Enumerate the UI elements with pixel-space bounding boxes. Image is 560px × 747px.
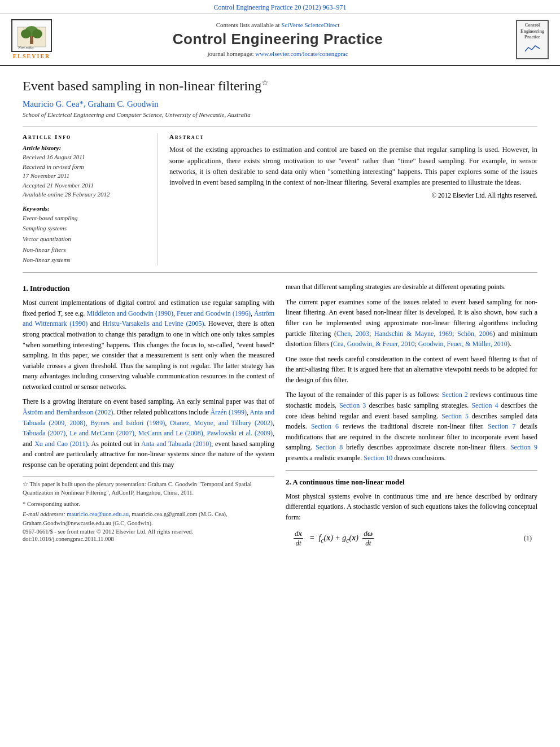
ref-arzen[interactable]: Årzén (1999) — [211, 408, 247, 416]
ref-chen[interactable]: Chen, 2003 — [336, 330, 369, 338]
sciverse-link[interactable]: SciVerse ScienceDirect — [281, 21, 339, 28]
history-label: Article history: — [23, 145, 146, 151]
formula-den2: dt — [364, 539, 372, 548]
keyword-5: Non-linear systems — [23, 255, 146, 265]
keywords-list: Event-based sampling Sampling systems Ve… — [23, 213, 146, 265]
ref-sec7[interactable]: Section 7 — [488, 422, 515, 430]
journal-top: Non solus ELSEVIER Contents lists availa… — [0, 14, 560, 66]
keyword-3: Vector quantization — [23, 234, 146, 244]
svg-point-2 — [21, 29, 31, 38]
col-left: 1. Introduction Most current implementat… — [23, 282, 274, 552]
elsevier-logo: Non solus ELSEVIER — [11, 19, 52, 59]
history-line-4: Accepted 21 November 2011 — [23, 181, 146, 190]
cep-logo-container: ControlEngineeringPractice — [504, 20, 549, 59]
formula-number: (1) — [524, 534, 532, 543]
history-text: Received 16 August 2011 Received in revi… — [23, 152, 146, 199]
paper-authors: Mauricio G. Cea*, Graham C. Goodwin — [23, 99, 537, 109]
ref-le-mccann[interactable]: Le and McCann (2007) — [69, 429, 134, 437]
svg-rect-4 — [30, 36, 33, 44]
abstract-copyright: © 2012 Elsevier Ltd. All rights reserved… — [169, 192, 537, 199]
ref-hristu[interactable]: Hristu-Varsakelis and Levine (2005) — [103, 320, 204, 327]
section-1-heading: 1. Introduction — [23, 284, 274, 293]
ref-sec3[interactable]: Section 3 — [339, 401, 366, 409]
contents-line: Contents lists available at SciVerse Sci… — [52, 21, 504, 28]
section-divider — [286, 470, 537, 471]
formula-equation: dx dt = fc(x) + gc(x) dω dt — [291, 529, 376, 548]
footnote-corresponding: * Corresponding author. — [23, 500, 274, 509]
footnote-star: ☆ This paper is built upon the plenary p… — [23, 480, 274, 498]
article-info-abstract: Article Info Article history: Received 1… — [23, 126, 537, 273]
footnote-email: E-mail addresses: mauricio.cea@uon.edu.a… — [23, 510, 274, 528]
ref-astrom-bern[interactable]: Åström and Bernhardsson (2002) — [23, 408, 113, 416]
formula-block: dx dt = fc(x) + gc(x) dω dt (1) — [286, 529, 537, 548]
ref-otanez[interactable]: Otanez, Moyne, and Tilbury (2002) — [170, 419, 273, 427]
ref-sec6[interactable]: Section 6 — [311, 422, 339, 430]
formula-fraction: dx dt — [294, 529, 303, 548]
history-line-3: 17 November 2011 — [23, 171, 146, 181]
rights-line: 0967-0661/$ - see front matter © 2012 El… — [23, 528, 274, 535]
svg-text:Non solus: Non solus — [18, 45, 34, 50]
ref-sec5[interactable]: Section 5 — [441, 412, 469, 420]
email-link[interactable]: mauricio.cea@uon.edu.au — [67, 511, 129, 517]
ref-pawlowski[interactable]: Pawlowski et al. (2009) — [207, 429, 273, 437]
ref-tabuada[interactable]: Tabuada (2007) — [23, 429, 65, 437]
keyword-1: Event-based sampling — [23, 213, 146, 224]
ref-goodwin-fm[interactable]: Goodwin, Feuer, & Müller, 2010 — [418, 340, 508, 348]
cep-logo: ControlEngineeringPractice — [516, 20, 549, 59]
intro-para-1: Most current implementations of digital … — [23, 298, 274, 392]
right-para-1: mean that different sampling strategies … — [286, 282, 537, 292]
keyword-2: Sampling systems — [23, 223, 146, 234]
ref-xu-cao[interactable]: Xu and Cao (2011) — [34, 440, 88, 448]
right-para-4: The layout of the remainder of this pape… — [286, 390, 537, 463]
ref-sec4[interactable]: Section 4 — [471, 401, 498, 409]
col-right: mean that different sampling strategies … — [286, 282, 537, 552]
paper-affiliation: School of Electrical Engineering and Com… — [23, 111, 537, 118]
right-para-2: The current paper examines some of the i… — [286, 297, 537, 350]
ref-sec8[interactable]: Section 8 — [316, 443, 343, 451]
abstract-section: Abstract Most of the existing approaches… — [158, 133, 537, 265]
svg-point-3 — [32, 29, 42, 38]
history-line-1: Received 16 August 2011 — [23, 152, 146, 162]
elsevier-logo-image: Non solus — [11, 19, 52, 52]
history-line-5: Available online 28 February 2012 — [23, 190, 146, 199]
article-info-heading: Article Info — [23, 133, 146, 140]
elsevier-brand: ELSEVIER — [13, 53, 51, 59]
ref-schon[interactable]: Schön, 2006 — [457, 330, 493, 338]
journal-homepage: journal homepage: www.elsevier.com/locat… — [52, 50, 504, 57]
intro-para-2: There is a growing literature on event b… — [23, 396, 274, 470]
ref-mccann-le[interactable]: McCann and Le (2008) — [138, 429, 203, 437]
ref-sec10[interactable]: Section 10 — [364, 454, 392, 462]
journal-title: Control Engineering Practice — [52, 30, 504, 48]
ref-byrnes[interactable]: Byrnes and Isidori (1989) — [90, 419, 165, 427]
section-2-heading: 2. A continuous time non-linear model — [286, 478, 537, 487]
ref-cea-gf[interactable]: Cea, Goodwin, & Feuer, 2010 — [333, 340, 415, 348]
ref-feuer[interactable]: Feuer and Goodwin (1996) — [177, 309, 251, 317]
formula-numerator: dx — [294, 529, 303, 539]
paper-container: Event based sampling in non-linear filte… — [0, 66, 560, 563]
ref-sec2[interactable]: Section 2 — [442, 391, 468, 399]
formula-fraction2: dω dt — [362, 529, 374, 548]
formula-denominator: dt — [294, 539, 302, 548]
keywords-label: Keywords: — [23, 205, 146, 212]
history-line-2: Received in revised form — [23, 162, 146, 172]
abstract-text: Most of the existing approaches to estim… — [169, 145, 537, 189]
journal-link[interactable]: Control Engineering Practice 20 (2012) 9… — [214, 3, 347, 11]
two-col-body: 1. Introduction Most current implementat… — [23, 282, 537, 552]
article-info: Article Info Article history: Received 1… — [23, 133, 158, 265]
ref-anta-tab2[interactable]: Anta and Tabuada (2010) — [141, 440, 211, 448]
keyword-4: Non-linear filters — [23, 244, 146, 255]
homepage-link[interactable]: www.elsevier.com/locate/conengprac — [255, 50, 348, 57]
formula-nom2: dω — [362, 529, 374, 539]
abstract-heading: Abstract — [169, 133, 537, 140]
journal-header-bar: Control Engineering Practice 20 (2012) 9… — [0, 0, 560, 14]
doi-line: doi:10.1016/j.conengprac.2011.11.008 — [23, 536, 274, 542]
ref-handschin[interactable]: Handschin & Mayne, 1969 — [374, 330, 452, 338]
section-2-para: Most physical systems evolve in continuo… — [286, 491, 537, 523]
right-para-3: One issue that needs careful considerati… — [286, 354, 537, 386]
paper-title: Event based sampling in non-linear filte… — [23, 77, 537, 95]
ref-sec9[interactable]: Section 9 — [510, 443, 537, 451]
journal-center: Contents lists available at SciVerse Sci… — [52, 21, 504, 57]
footnote-section: ☆ This paper is built upon the plenary p… — [23, 476, 274, 528]
ref-middleton[interactable]: Middleton and Goodwin (1990) — [86, 309, 173, 317]
